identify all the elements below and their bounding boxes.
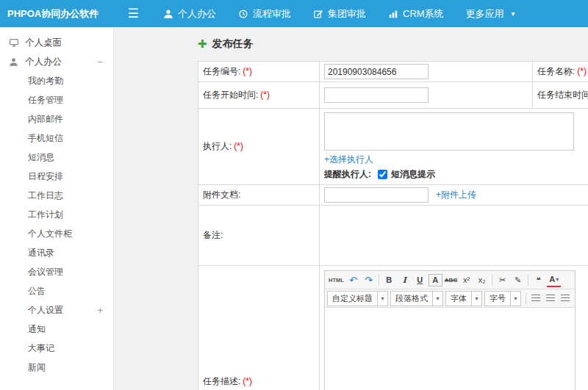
caret-down-icon: ▾: [512, 10, 515, 18]
sidebar-item-schedule[interactable]: 日程安排: [0, 167, 113, 186]
sidebar-item-personal-settings[interactable]: 个人设置 +: [0, 300, 113, 319]
edit-icon: [313, 9, 323, 19]
add-icon: ✚: [198, 37, 207, 51]
page-title: ✚ 发布任务: [198, 37, 588, 51]
sidebar: 个人桌面 个人办公 − 我的考勤 任务管理 内部邮件 手机短信 短消息 日程安排…: [0, 27, 114, 390]
nav-item-personal-office[interactable]: 个人办公: [152, 0, 227, 27]
end-time-label: 任务结束时间:: [537, 90, 588, 100]
caret-down-icon: ▾: [471, 292, 481, 306]
align-center-icon[interactable]: [544, 292, 557, 306]
sidebar-item-internal-mail[interactable]: 内部邮件: [0, 109, 113, 129]
font-family-dropdown[interactable]: 字体▾: [445, 291, 482, 306]
hamburger-menu-icon[interactable]: ☰: [114, 0, 152, 27]
user-icon: [9, 57, 20, 67]
form-row-task-number: 任务编号:(*) 任务名称:(*): [198, 62, 588, 82]
main-layout: 个人桌面 个人办公 − 我的考勤 任务管理 内部邮件 手机短信 短消息 日程安排…: [0, 27, 588, 390]
sidebar-item-file-cabinet[interactable]: 个人文件柜: [0, 224, 113, 243]
html-source-button[interactable]: HTML: [328, 272, 345, 287]
superscript-button[interactable]: x²: [459, 272, 473, 287]
redo-icon[interactable]: ↷: [362, 272, 376, 287]
nav-label: CRM系统: [403, 7, 444, 21]
editor-content-area[interactable]: [325, 308, 575, 390]
publish-task-form: 任务编号:(*) 任务名称:(*) 任务开始时间:(*) 任务结束时间:(*) …: [198, 61, 588, 390]
start-time-input[interactable]: [324, 87, 429, 103]
top-nav: 个人办公 流程审批 集团审批 CRM系统 更多应用 ▾: [152, 0, 526, 27]
caret-down-icon: ▾: [377, 292, 387, 306]
content-area: ✚ 发布任务 任务编号:(*) 任务名称:(*) 任务开始时间:(*) 任务结束…: [114, 27, 588, 390]
remind-executor-label: 提醒执行人:: [324, 168, 371, 181]
topbar: PHPOA协同办公软件 ☰ 个人办公 流程审批 集团审批 CRM系统 更多应用 …: [0, 0, 588, 27]
required-mark: (*): [577, 66, 587, 76]
form-row-time: 任务开始时间:(*) 任务结束时间:(*): [198, 82, 588, 109]
subscript-button[interactable]: x₂: [475, 272, 489, 287]
toolbar-separator: [526, 293, 526, 304]
sidebar-item-task-management[interactable]: 任务管理: [0, 90, 113, 109]
upload-attachment-link[interactable]: +附件上传: [436, 189, 476, 201]
toolbar-separator: [492, 275, 492, 286]
caret-down-icon: ▾: [432, 292, 442, 306]
sidebar-item-big-events[interactable]: 大事记: [0, 339, 113, 358]
sidebar-item-work-plan[interactable]: 工作计划: [0, 205, 113, 224]
nav-label: 集团审批: [328, 7, 366, 21]
strikethrough-button[interactable]: ABC: [444, 272, 458, 287]
page-title-text: 发布任务: [212, 37, 254, 51]
clock-icon: [238, 9, 248, 19]
format-brush-icon[interactable]: ✎: [511, 272, 525, 287]
align-left-icon[interactable]: [529, 292, 542, 306]
italic-button[interactable]: I: [398, 272, 412, 287]
required-mark: (*): [243, 376, 252, 386]
sidebar-item-work-log[interactable]: 工作日志: [0, 186, 113, 205]
font-style-button[interactable]: A: [429, 274, 442, 286]
desktop-icon: [9, 37, 20, 48]
sidebar-item-label: 个人桌面: [25, 37, 62, 49]
nav-item-group-approval[interactable]: 集团审批: [302, 0, 377, 27]
form-row-executor: 执行人:(*) +选择执行人 提醒执行人: 短消息提示: [198, 109, 588, 185]
choose-executor-link[interactable]: +选择执行人: [324, 154, 373, 165]
user-icon: [163, 9, 173, 19]
form-row-description: 任务描述:(*) HTML ↶ ↷ B I U A: [198, 266, 588, 390]
sidebar-item-news[interactable]: 新闻: [0, 358, 113, 377]
undo-icon[interactable]: ↶: [346, 272, 360, 287]
sidebar-item-personal-office[interactable]: 个人办公 −: [0, 52, 113, 71]
executor-textarea[interactable]: [324, 112, 574, 151]
underline-button[interactable]: U: [413, 272, 427, 287]
toolbar-separator: [528, 275, 528, 286]
toolbar-separator: [379, 275, 379, 286]
sms-remind-label: 短消息提示: [391, 168, 435, 181]
bar-chart-icon: [388, 9, 398, 19]
sidebar-item-notice[interactable]: 通知: [0, 319, 113, 339]
font-size-dropdown[interactable]: 字号▾: [484, 291, 521, 306]
sidebar-item-desktop[interactable]: 个人桌面: [0, 33, 113, 52]
nav-item-crm[interactable]: CRM系统: [377, 0, 455, 27]
expand-icon[interactable]: +: [97, 305, 103, 316]
sidebar-item-contacts[interactable]: 通讯录: [0, 243, 113, 262]
task-number-label: 任务编号:: [203, 66, 240, 76]
description-label: 任务描述:: [203, 376, 240, 386]
task-name-label: 任务名称:: [537, 66, 575, 76]
sms-remind-checkbox[interactable]: [378, 170, 387, 179]
sidebar-item-announcement[interactable]: 公告: [0, 281, 113, 300]
attachment-input[interactable]: [324, 187, 429, 203]
sidebar-item-mobile-sms[interactable]: 手机短信: [0, 129, 113, 148]
sidebar-item-attendance[interactable]: 我的考勤: [0, 71, 113, 90]
required-mark: (*): [243, 66, 252, 76]
cut-icon[interactable]: ✂: [495, 272, 509, 287]
bold-button[interactable]: B: [382, 272, 396, 287]
remind-executor-row: 提醒执行人: 短消息提示: [324, 168, 588, 181]
custom-title-dropdown[interactable]: 自定义标题▾: [327, 291, 388, 306]
task-number-input[interactable]: [324, 64, 429, 79]
sidebar-item-meeting-management[interactable]: 会议管理: [0, 262, 113, 281]
app-logo: PHPOA协同办公软件: [0, 0, 114, 27]
sidebar-item-label: 个人办公: [25, 56, 62, 68]
nav-item-more-apps[interactable]: 更多应用 ▾: [455, 0, 526, 27]
sidebar-item-short-message[interactable]: 短消息: [0, 148, 113, 167]
collapse-icon[interactable]: −: [97, 57, 103, 68]
rich-text-editor: HTML ↶ ↷ B I U A ABC x² x₂: [324, 270, 576, 390]
nav-item-workflow-approval[interactable]: 流程审批: [227, 0, 302, 27]
align-right-icon[interactable]: [559, 292, 572, 306]
paragraph-format-dropdown[interactable]: 段落格式▾: [390, 291, 443, 306]
remark-label: 备注:: [203, 230, 223, 240]
font-color-button[interactable]: A▾: [547, 272, 561, 287]
remark-textarea[interactable]: [320, 206, 588, 266]
blockquote-icon[interactable]: ❝: [531, 272, 545, 287]
